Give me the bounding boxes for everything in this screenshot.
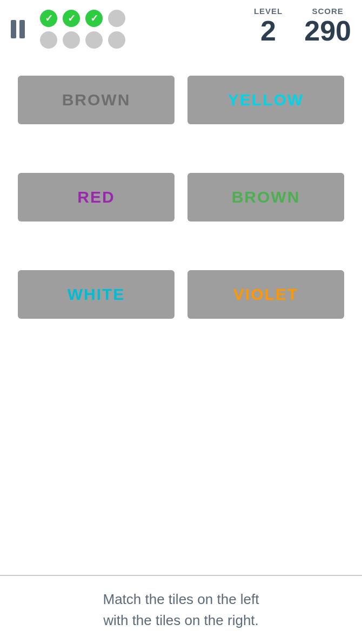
tile-white-left[interactable]: WHITE <box>18 270 175 319</box>
dot-8 <box>108 31 125 49</box>
score-label: SCORE <box>312 6 343 16</box>
pause-button[interactable] <box>11 20 25 38</box>
dot-2: ✓ <box>63 10 80 27</box>
level-block: LEVEL 2 <box>254 6 283 46</box>
tile-yellow-right-label: YELLOW <box>228 91 304 109</box>
score-value: 290 <box>304 16 351 46</box>
tile-violet-right[interactable]: VIOLET <box>187 270 344 319</box>
tile-white-left-label: WHITE <box>68 285 125 304</box>
pause-bar-left <box>11 20 16 38</box>
tile-brown-right-label: BROWN <box>232 188 300 206</box>
header: ✓ ✓ ✓ LEVEL 2 SCORE 290 <box>0 0 362 54</box>
dot-3: ✓ <box>85 10 103 27</box>
dots-row-bottom <box>40 31 125 49</box>
tile-yellow-right[interactable]: YELLOW <box>187 76 344 124</box>
progress-dots: ✓ ✓ ✓ <box>40 10 125 49</box>
checkmark-3: ✓ <box>90 14 98 23</box>
score-block: SCORE 290 <box>304 6 351 46</box>
tile-row-2: RED BROWN <box>18 173 344 222</box>
level-value: 2 <box>260 16 276 46</box>
tile-brown-left[interactable]: BROWN <box>18 76 175 124</box>
level-score-container: LEVEL 2 SCORE 290 <box>254 6 351 46</box>
tile-brown-left-label: BROWN <box>62 91 131 109</box>
checkmark-2: ✓ <box>68 14 76 23</box>
game-area: BROWN YELLOW RED BROWN WHITE VIOLET <box>0 54 362 367</box>
dot-5 <box>40 31 57 49</box>
dot-7 <box>85 31 103 49</box>
instruction-box: Match the tiles on the leftwith the tile… <box>0 575 362 644</box>
dot-4 <box>108 10 125 27</box>
dots-row-top: ✓ ✓ ✓ <box>40 10 125 27</box>
tile-red-left[interactable]: RED <box>18 173 175 222</box>
checkmark-1: ✓ <box>45 14 53 23</box>
dot-1: ✓ <box>40 10 57 27</box>
level-label: LEVEL <box>254 6 283 16</box>
tile-row-3: WHITE VIOLET <box>18 270 344 319</box>
tile-violet-right-label: VIOLET <box>233 285 298 304</box>
tile-row-1: BROWN YELLOW <box>18 76 344 124</box>
instruction-text: Match the tiles on the leftwith the tile… <box>16 589 346 631</box>
tile-brown-right[interactable]: BROWN <box>187 173 344 222</box>
dot-6 <box>63 31 80 49</box>
tile-red-left-label: RED <box>77 188 115 206</box>
pause-bar-right <box>19 20 25 38</box>
